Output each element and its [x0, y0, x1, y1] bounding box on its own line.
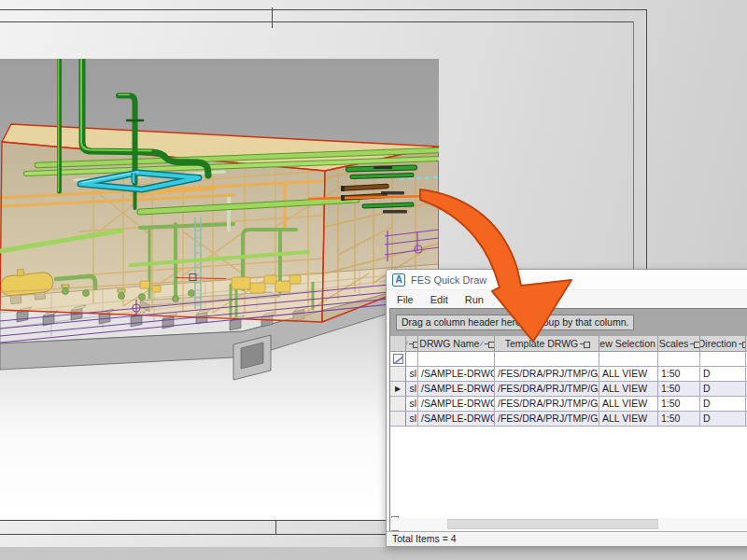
table-row[interactable]: sl /SAMPLE-DRWG-00 /FES/DRA/PRJ/TMP/GA/A… [390, 367, 747, 382]
pin-icon[interactable] [739, 341, 746, 347]
pin-icon[interactable] [485, 341, 493, 347]
app-icon-letter: A [395, 274, 402, 285]
header-template-drwg[interactable]: Template DRWG [495, 336, 599, 352]
grid-header-row: ∕ DRWG Name ∕ Template DRWG View Selecti… [390, 336, 747, 352]
table-row[interactable]: sl /SAMPLE-DRWG-03 /FES/DRA/PRJ/TMP/GA/A… [390, 412, 747, 427]
menu-edit[interactable]: Edit [422, 292, 457, 307]
auto-filter-row[interactable] [390, 352, 747, 367]
header-direction[interactable]: Direction [700, 336, 746, 352]
drawing-grid: Drag a column header here to group by th… [389, 308, 747, 532]
row-indicator[interactable] [390, 367, 406, 382]
total-items-label: Total Items = 4 [392, 533, 457, 544]
table-row[interactable]: sl /SAMPLE-DRWG-02 /FES/DRA/PRJ/TMP/GA/A… [390, 397, 747, 412]
horizontal-scrollbar[interactable] [390, 518, 747, 530]
active-row-indicator[interactable]: ▶ [390, 382, 406, 397]
menubar: File Edit Run [387, 290, 747, 308]
group-by-hint: Drag a column header here to group by th… [396, 315, 634, 330]
fes-quick-draw-window: A FES Quick Draw File Edit Run Drag a co… [386, 269, 747, 547]
table-row-active[interactable]: ▶ sl /SAMPLE-DRWG-01 /FES/DRA/PRJ/TMP/GA… [390, 382, 747, 397]
pin-icon[interactable] [580, 341, 588, 347]
app-icon: A [392, 273, 405, 287]
header-row-indicator [390, 336, 406, 352]
pin-icon[interactable] [690, 341, 698, 347]
statusbar: Total Items = 4 [387, 531, 747, 546]
sort-icon: ∕ [406, 340, 407, 348]
window-titlebar[interactable]: A FES Quick Draw [387, 270, 747, 290]
pin-icon[interactable] [409, 341, 417, 347]
window-title: FES Quick Draw [411, 274, 486, 286]
filter-row-icon [393, 354, 403, 364]
horizontal-scrollbar-thumb[interactable] [447, 519, 658, 529]
menu-run[interactable]: Run [457, 292, 492, 307]
row-indicator[interactable] [390, 397, 406, 412]
filter-row-header [390, 352, 406, 367]
sheet-border-top-inner [0, 21, 634, 22]
sheet-bottom-band [0, 547, 747, 560]
menu-file[interactable]: File [388, 292, 422, 307]
3d-model-scene [0, 59, 439, 520]
sheet-border-top-outer [0, 9, 647, 10]
sheet-tick-top [272, 7, 273, 28]
sort-icon: ∕ [481, 340, 482, 348]
row-indicator[interactable] [390, 412, 406, 427]
header-scales[interactable]: Scales [658, 336, 700, 352]
header-view-selection[interactable]: View Selection [599, 336, 658, 352]
current-row-arrow-icon: ▶ [395, 385, 401, 393]
group-by-panel[interactable]: Drag a column header here to group by th… [390, 309, 747, 336]
header-drwg-name[interactable]: DRWG Name ∕ [418, 336, 495, 352]
3d-viewport[interactable] [0, 59, 439, 520]
header-sel-column[interactable]: ∕ [406, 336, 418, 352]
